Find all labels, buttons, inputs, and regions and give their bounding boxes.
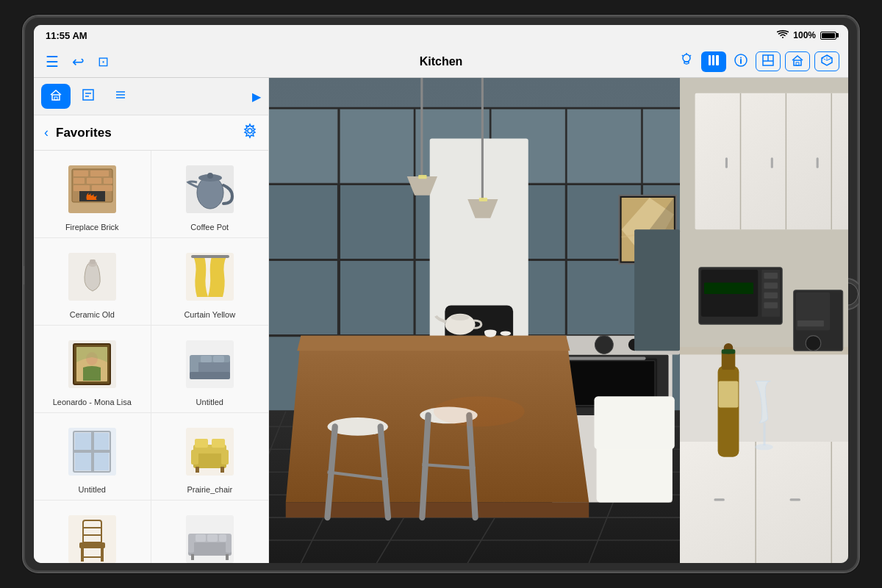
svg-rect-63: [93, 453, 109, 470]
sidebar-tab-list[interactable]: [106, 84, 135, 109]
list-item[interactable]: Curtain Yellow: [151, 238, 269, 326]
svg-rect-108: [269, 109, 338, 183]
volume-button[interactable]: [22, 266, 24, 284]
svg-rect-145: [764, 302, 778, 308]
svg-point-180: [501, 331, 511, 335]
house3d-button[interactable]: [785, 51, 810, 71]
svg-point-193: [755, 444, 773, 450]
svg-rect-191: [719, 381, 739, 408]
svg-rect-20: [83, 90, 93, 100]
svg-rect-45: [191, 255, 229, 258]
item-thumb-ceramic: [62, 247, 121, 306]
item-thumb-curtain: [180, 247, 239, 306]
svg-rect-81: [81, 548, 84, 562]
svg-rect-57: [213, 356, 224, 362]
svg-rect-200: [634, 229, 680, 351]
sidebar-tab-home[interactable]: [41, 84, 71, 109]
sidebar-tab-edit[interactable]: [74, 84, 103, 109]
item-label: Fireplace Brick: [65, 223, 119, 232]
list-item[interactable]: Coffee Pot: [151, 151, 269, 238]
list-item[interactable]: Ceramic Old: [34, 238, 151, 326]
list-item[interactable]: Prairie_chair: [151, 413, 269, 501]
item-label: Ceramic Old: [70, 310, 115, 319]
svg-rect-55: [190, 372, 230, 379]
svg-rect-112: [567, 109, 641, 183]
item-thumb-armchair: [180, 422, 239, 481]
viewport[interactable]: [269, 78, 848, 563]
item-thumb-coffeepot: [180, 159, 239, 218]
device-screen: 11:55 AM 100% ☰ ↩: [34, 25, 848, 563]
item-thumb-fireplace: [62, 159, 121, 218]
list-item[interactable]: Chair_002: [34, 501, 151, 563]
toolbar: ☰ ↩ ⊡ Kitchen: [34, 46, 848, 78]
item-thumb-window: [62, 422, 121, 481]
svg-rect-62: [75, 453, 91, 470]
svg-rect-133: [725, 157, 728, 168]
svg-rect-159: [566, 357, 645, 360]
svg-rect-60: [75, 433, 91, 451]
menu-button[interactable]: ☰: [43, 51, 62, 72]
item-thumb-chair: [62, 509, 121, 563]
floorplan-button[interactable]: [756, 51, 781, 71]
item-label: Untitled: [79, 485, 106, 494]
svg-point-163: [595, 336, 614, 354]
svg-rect-69: [191, 450, 198, 465]
svg-rect-140: [704, 282, 753, 293]
wifi-icon: [777, 30, 789, 41]
list-item[interactable]: Leonardo - Mona Lisa: [34, 326, 151, 413]
item-thumb-painting: [62, 334, 121, 393]
status-bar: 11:55 AM 100%: [34, 25, 848, 46]
list-item[interactable]: Fireplace Brick: [34, 151, 151, 238]
info-button[interactable]: [731, 51, 751, 72]
status-icons: 100%: [777, 30, 836, 41]
svg-rect-153: [714, 498, 724, 501]
svg-rect-65: [91, 431, 94, 472]
svg-line-16: [822, 58, 827, 60]
svg-rect-150: [680, 442, 848, 563]
list-item[interactable]: Untitled: [151, 326, 269, 413]
sidebar-settings-button[interactable]: [242, 123, 258, 143]
battery-icon: [820, 32, 836, 40]
list-item[interactable]: Sofa3x_amazing: [151, 501, 269, 563]
svg-rect-135: [817, 157, 819, 168]
svg-rect-5: [712, 55, 714, 65]
document-button[interactable]: ⊡: [95, 52, 112, 71]
sidebar-back-button[interactable]: ‹: [44, 125, 49, 140]
svg-rect-88: [226, 539, 232, 553]
item-label: Prairie_chair: [187, 485, 232, 494]
library-button[interactable]: [701, 51, 726, 72]
svg-rect-6: [716, 55, 719, 65]
item-label: Coffee Pot: [190, 223, 229, 232]
svg-rect-143: [764, 282, 778, 288]
sidebar-tab-more[interactable]: ▶: [252, 90, 261, 104]
svg-rect-4: [709, 55, 711, 65]
svg-rect-91: [219, 534, 226, 542]
toolbar-title: Kitchen: [263, 55, 619, 68]
svg-rect-29: [74, 171, 88, 176]
svg-rect-75: [68, 515, 116, 563]
svg-point-178: [451, 315, 470, 320]
status-time: 11:55 AM: [46, 30, 87, 41]
bulb-button[interactable]: [676, 51, 697, 72]
undo-button[interactable]: ↩: [69, 51, 87, 72]
toolbar-left: ☰ ↩ ⊡: [43, 51, 263, 72]
sidebar-items-grid: Fireplace Brick: [34, 151, 268, 563]
svg-rect-175: [479, 198, 487, 201]
svg-rect-74: [212, 439, 225, 448]
svg-rect-192: [763, 423, 765, 445]
item-thumb-sofa2: [180, 509, 239, 563]
main-content: ▶ ‹ Favorites: [34, 78, 848, 563]
list-item[interactable]: Untitled: [34, 413, 151, 501]
sidebar-title: Favorites: [56, 126, 242, 140]
svg-rect-35: [92, 185, 112, 191]
svg-line-17: [827, 58, 832, 60]
svg-rect-190: [722, 349, 736, 354]
svg-rect-72: [220, 467, 224, 473]
svg-rect-144: [764, 293, 778, 298]
cube3d-button[interactable]: [814, 51, 839, 71]
svg-rect-31: [74, 178, 85, 184]
svg-rect-70: [221, 450, 229, 465]
svg-rect-40: [207, 173, 213, 179]
svg-line-2: [682, 55, 684, 57]
svg-rect-93: [226, 554, 229, 560]
